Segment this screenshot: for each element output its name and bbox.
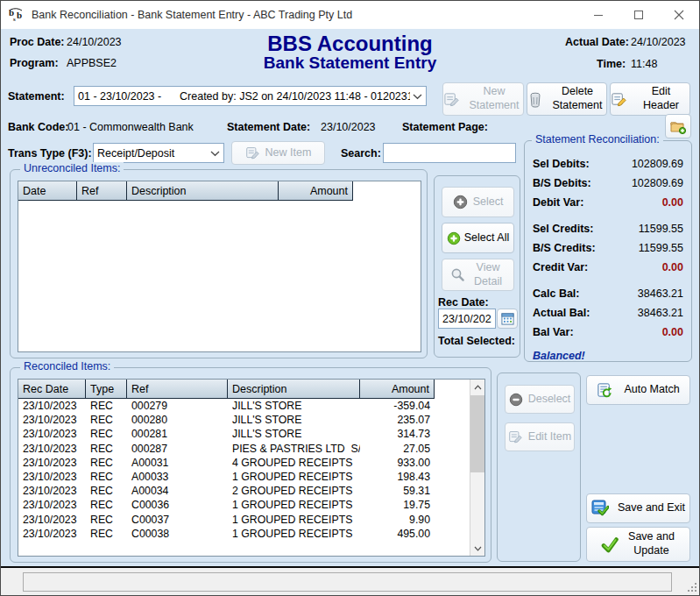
- rec-date-input[interactable]: [438, 309, 496, 329]
- cell-type: REC: [86, 485, 127, 497]
- save-and-update-button[interactable]: Save and Update: [586, 527, 690, 562]
- resize-grip[interactable]: [686, 582, 697, 593]
- table-row[interactable]: 23/10/2023 REC C00038 1 GROUPED RECEIPTS…: [18, 527, 470, 541]
- reconciliation-row-label: Actual Bal:: [533, 307, 590, 319]
- column-header: Date: [18, 181, 77, 200]
- column-header: Type: [86, 380, 127, 398]
- table-row[interactable]: 23/10/2023 REC C00036 1 GROUPED RECEIPTS…: [18, 498, 470, 512]
- cell-type: REC: [86, 400, 127, 412]
- table-row[interactable]: 23/10/2023 REC 000281 JILL'S STORE 314.7…: [18, 427, 470, 441]
- select-all-button[interactable]: Select All: [442, 223, 514, 253]
- table-row[interactable]: 23/10/2023 REC A00034 2 GROUPED RECEIPTS…: [18, 484, 470, 498]
- app-icon: b s b: [9, 7, 25, 23]
- new-statement-label: New Statement: [465, 85, 523, 112]
- maximize-button[interactable]: [619, 1, 659, 29]
- reconciliation-row-value: 0.00: [662, 261, 683, 273]
- column-header: Ref: [127, 380, 228, 398]
- page-subtitle: Bank Statement Entry: [1, 53, 699, 73]
- reconciliation-row-value: 102809.69: [632, 158, 683, 170]
- edit-item-button[interactable]: Edit Item: [505, 422, 575, 451]
- maximize-icon: [633, 10, 644, 20]
- table-row[interactable]: 23/10/2023 REC 000287 PIES & PASTRIES LT…: [18, 442, 470, 456]
- cell-description: 1 GROUPED RECEIPTS: [228, 499, 360, 511]
- document-edit-icon: [508, 429, 523, 444]
- cell-type: REC: [86, 514, 127, 526]
- scroll-up-button[interactable]: [470, 380, 484, 394]
- cell-rec-date: 23/10/2023: [18, 443, 86, 455]
- balanced-status: Balanced!: [533, 350, 691, 362]
- search-input[interactable]: [383, 143, 516, 163]
- unreconciled-table[interactable]: DateRefDescriptionAmount: [18, 181, 421, 352]
- document-edit-icon: [443, 91, 460, 108]
- save-and-exit-button[interactable]: Save and Exit: [586, 493, 690, 523]
- cell-type: REC: [86, 414, 127, 426]
- unreconciled-table-header: DateRefDescriptionAmount: [18, 181, 353, 201]
- table-row[interactable]: 23/10/2023 REC C00037 1 GROUPED RECEIPTS…: [18, 513, 470, 527]
- chevron-up-icon: [474, 385, 482, 390]
- cell-ref: C00037: [127, 514, 228, 526]
- statement-select[interactable]: 01 - 23/10/2023 - Created by: JS2 on 24/…: [74, 86, 427, 106]
- rec-date-label: Rec Date:: [438, 296, 489, 309]
- trans-type-select[interactable]: Receipt/Deposit: [93, 143, 224, 163]
- reconciled-actions-panel: Deselect Edit Item: [497, 372, 581, 562]
- cell-amount: 9.90: [360, 514, 435, 526]
- save-and-exit-label: Save and Exit: [618, 501, 685, 515]
- new-statement-button[interactable]: New Statement: [442, 82, 524, 116]
- column-header: Description: [127, 181, 279, 200]
- cell-description: JILL'S STORE: [228, 400, 360, 412]
- magnifier-icon: [450, 267, 465, 282]
- cell-ref: C00038: [127, 528, 228, 540]
- plus-circle-green-icon: [447, 231, 461, 245]
- scroll-down-button[interactable]: [470, 541, 484, 556]
- cell-ref: 000280: [127, 414, 228, 426]
- cell-rec-date: 23/10/2023: [18, 428, 86, 440]
- trans-type-value: Receipt/Deposit: [97, 147, 174, 160]
- statement-label: Statement:: [8, 90, 65, 103]
- cell-ref: A00033: [127, 471, 228, 483]
- cell-description: 1 GROUPED RECEIPTS: [228, 528, 360, 540]
- trans-type-label: Trans Type (F3):: [8, 147, 92, 160]
- cell-description: JILL'S STORE: [228, 428, 360, 440]
- actual-date-label: Actual Date:: [565, 36, 629, 48]
- select-button[interactable]: Select: [442, 187, 514, 217]
- reconciliation-row-value: 38463.21: [638, 287, 683, 300]
- new-item-button[interactable]: New Item: [231, 141, 325, 165]
- app-window: b s b Bank Reconciliation - Bank Stateme…: [0, 0, 700, 596]
- column-header: Description: [228, 380, 360, 398]
- statement-date-value: 23/10/2023: [321, 121, 376, 133]
- edit-header-button[interactable]: Edit Header: [610, 82, 690, 116]
- delete-statement-button[interactable]: Delete Statement: [527, 82, 607, 116]
- new-item-label: New Item: [265, 146, 312, 160]
- unreconciled-title: Unreconciled Items:: [20, 162, 124, 174]
- cell-rec-date: 23/10/2023: [18, 514, 86, 526]
- minimize-button[interactable]: [578, 1, 619, 29]
- rec-date-picker-button[interactable]: [497, 309, 518, 329]
- view-detail-button[interactable]: View Detail: [442, 259, 514, 291]
- reconciled-table: Rec DateTypeRefDescriptionAmount 23/10/2…: [18, 379, 485, 557]
- reconciliation-row: Credit Var: 0.00: [533, 258, 683, 277]
- chevron-down-icon: [210, 151, 220, 157]
- cell-ref: 000279: [127, 400, 228, 412]
- table-row[interactable]: 23/10/2023 REC 000279 JILL'S STORE -359.…: [18, 399, 470, 413]
- svg-text:s: s: [13, 16, 16, 23]
- cell-ref: A00031: [127, 457, 228, 469]
- table-row[interactable]: 23/10/2023 REC 000280 JILL'S STORE 235.0…: [18, 413, 470, 427]
- auto-match-button[interactable]: Auto Match: [586, 375, 690, 405]
- bank-code-label: Bank Code:: [8, 121, 68, 133]
- actual-date-value: 24/10/2023: [631, 36, 686, 48]
- deselect-button[interactable]: Deselect: [505, 385, 575, 414]
- scrollbar-thumb[interactable]: [470, 395, 484, 472]
- cell-rec-date: 23/10/2023: [18, 528, 86, 540]
- table-row[interactable]: 23/10/2023 REC A00033 1 GROUPED RECEIPTS…: [18, 470, 470, 484]
- close-button[interactable]: [659, 1, 699, 29]
- vertical-scrollbar[interactable]: [470, 380, 484, 556]
- reconciliation-row: Sel Credits: 11599.55: [533, 219, 683, 238]
- trash-icon: [527, 91, 543, 108]
- reconciliation-row: Sel Debits: 102809.69: [533, 154, 683, 174]
- table-row[interactable]: 23/10/2023 REC A00031 4 GROUPED RECEIPTS…: [18, 456, 470, 470]
- view-detail-label: View Detail: [470, 261, 506, 288]
- reconciliation-row-value: 11599.55: [639, 223, 683, 235]
- reconciliation-row-label: Sel Debits:: [533, 158, 590, 170]
- total-selected-label: Total Selected:: [438, 335, 515, 347]
- folder-add-button[interactable]: [665, 114, 691, 138]
